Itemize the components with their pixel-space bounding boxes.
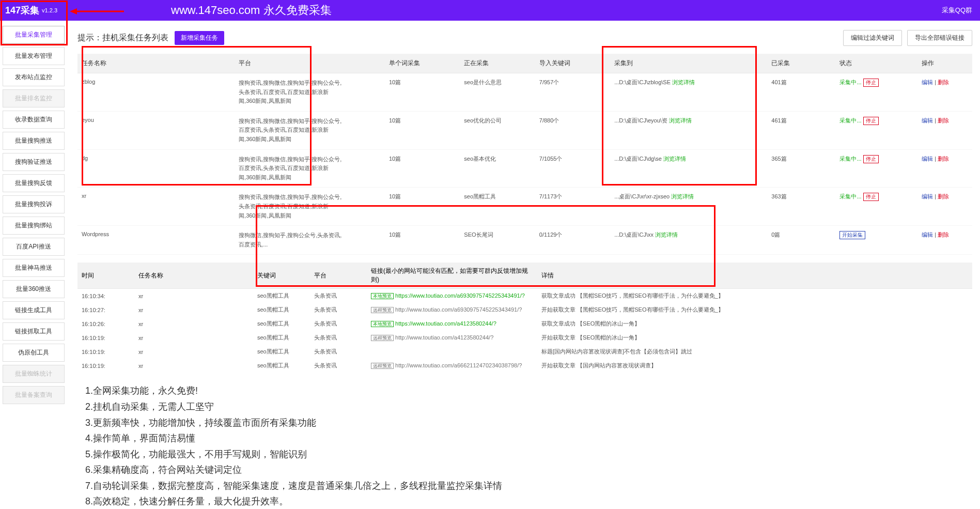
task-row: zblog搜狗资讯,搜狗微信,搜狗知乎,搜狗公众号,头条资讯,百度资讯,百度知道… bbox=[77, 73, 972, 112]
export-errors-button[interactable]: 导出全部错误链接 bbox=[907, 30, 972, 46]
local-preview-badge[interactable]: 本地预览 bbox=[371, 321, 394, 327]
start-button[interactable]: 开始采集 bbox=[839, 231, 865, 239]
cell-link: 本地预览 https://www.toutiao.com/a4123580244… bbox=[367, 317, 537, 331]
cell-name: dg bbox=[77, 149, 235, 188]
cell-platform: 头条资讯 bbox=[310, 317, 367, 331]
cell-taskname: xr bbox=[134, 317, 253, 331]
feature-line: 7.自动轮训采集，数据完整度高，智能采集速度，速度是普通采集几倍之上，多线程批量… bbox=[85, 478, 972, 494]
log-url[interactable]: http://www.toutiao.com/a6930975745225343… bbox=[395, 306, 522, 313]
log-row: 16:10:27:xrseo黑帽工具头条资讯远程预览 http://www.to… bbox=[77, 303, 972, 317]
sidebar-item-11[interactable]: 批量神马推送 bbox=[3, 259, 65, 277]
cell-single: 10篇 bbox=[385, 73, 460, 112]
remote-preview-badge[interactable]: 远程预览 bbox=[371, 363, 394, 369]
sidebar-item-8[interactable]: 批量搜狗投诉 bbox=[3, 195, 65, 213]
edit-link[interactable]: 编辑 bbox=[922, 193, 933, 199]
cell-platform: 搜狗资讯,搜狗微信,搜狗知乎,搜狗公众号,百度资讯,头条资讯,百度知道,新浪新闻… bbox=[235, 149, 385, 188]
cell-time: 16:10:19: bbox=[77, 359, 134, 373]
cell-name: xr bbox=[77, 188, 235, 226]
cell-single: 10篇 bbox=[385, 149, 460, 188]
sidebar-item-4[interactable]: 收录数据查询 bbox=[3, 111, 65, 129]
filter-keywords-button[interactable]: 编辑过滤关键词 bbox=[843, 30, 902, 46]
top-bar: 提示：挂机采集任务列表 新增采集任务 编辑过滤关键词 导出全部错误链接 bbox=[77, 26, 972, 54]
log-row: 16:10:19:xrseo黑帽工具头条资讯远程预览 http://www.to… bbox=[77, 359, 972, 373]
cell-status: 采集中...停止 bbox=[835, 188, 917, 226]
app-logo: 147采集 bbox=[5, 4, 39, 17]
cell-link: 远程预览 http://www.toutiao.com/a4123580244/… bbox=[367, 331, 537, 345]
th-single: 单个词采集 bbox=[385, 54, 460, 73]
stop-button[interactable]: 停止 bbox=[863, 155, 879, 163]
log-url[interactable]: http://www.toutiao.com/a6662112470234038… bbox=[395, 362, 522, 368]
sidebar-item-12[interactable]: 批量360推送 bbox=[3, 280, 65, 298]
sidebar-item-7[interactable]: 批量搜狗反馈 bbox=[3, 174, 65, 192]
cell-single: 10篇 bbox=[385, 188, 460, 226]
feature-line: 4.操作简单，界面简洁易懂 bbox=[85, 430, 972, 446]
feature-line: 5.操作极简化，功能最强大，不用手写规则，智能识别 bbox=[85, 446, 972, 462]
edit-link[interactable]: 编辑 bbox=[922, 156, 933, 162]
th-name: 任务名称 bbox=[77, 54, 235, 73]
cell-action: 编辑 | 删除 bbox=[917, 149, 972, 188]
remote-preview-badge[interactable]: 远程预览 bbox=[371, 335, 394, 341]
cell-collecting: SEO长尾词 bbox=[460, 226, 535, 255]
browse-detail-link[interactable]: 浏览详情 bbox=[672, 79, 695, 85]
sidebar-item-6[interactable]: 搜狗验证推送 bbox=[3, 153, 65, 171]
sidebar-item-14[interactable]: 链接抓取工具 bbox=[3, 322, 65, 341]
delete-link[interactable]: 删除 bbox=[938, 232, 949, 238]
cell-taskname: xr bbox=[134, 331, 253, 345]
sidebar-item-0[interactable]: 批量采集管理 bbox=[3, 26, 65, 44]
stop-button[interactable]: 停止 bbox=[863, 117, 879, 125]
delete-link[interactable]: 删除 bbox=[938, 117, 949, 124]
qq-group-link[interactable]: 采集QQ群 bbox=[942, 6, 972, 15]
task-row: eyou搜狗资讯,搜狗微信,搜狗知乎,搜狗公众号,百度资讯,头条资讯,百度知道,… bbox=[77, 111, 972, 149]
browse-detail-link[interactable]: 浏览详情 bbox=[663, 156, 686, 162]
sidebar-item-2[interactable]: 发布站点监控 bbox=[3, 68, 65, 86]
sidebar-item-17: 批量备案查询 bbox=[3, 386, 65, 404]
edit-link[interactable]: 编辑 bbox=[922, 232, 933, 238]
delete-link[interactable]: 删除 bbox=[938, 193, 949, 199]
cell-taskname: xr bbox=[134, 303, 253, 317]
th-keyword: 关键词 bbox=[253, 263, 310, 289]
browse-detail-link[interactable]: 浏览详情 bbox=[669, 117, 692, 124]
cell-path: ...D:\桌面\CJ\zblog\SE 浏览详情 bbox=[610, 73, 767, 112]
sidebar: 批量采集管理批量发布管理发布站点监控批量排名监控收录数据查询批量搜狗推送搜狗验证… bbox=[0, 21, 67, 509]
browse-detail-link[interactable]: 浏览详情 bbox=[655, 232, 678, 238]
delete-link[interactable]: 删除 bbox=[938, 156, 949, 162]
log-url[interactable]: https://www.toutiao.com/a4123580244/? bbox=[395, 320, 496, 327]
sidebar-item-1[interactable]: 批量发布管理 bbox=[3, 47, 65, 65]
app-header: 147采集 v1.2.3 www.147seo.com 永久免费采集 采集QQ群 bbox=[0, 0, 980, 21]
remote-preview-badge[interactable]: 远程预览 bbox=[371, 307, 394, 313]
sidebar-item-13[interactable]: 链接生成工具 bbox=[3, 301, 65, 319]
log-url[interactable]: https://www.toutiao.com/a693097574522534… bbox=[395, 292, 525, 299]
sidebar-item-5[interactable]: 批量搜狗推送 bbox=[3, 132, 65, 150]
browse-detail-link[interactable]: 浏览详情 bbox=[671, 193, 694, 199]
cell-collected: 401篇 bbox=[767, 73, 835, 112]
delete-link[interactable]: 删除 bbox=[938, 79, 949, 85]
feature-line: 8.高效稳定，快速分解任务量，最大化提升效率。 bbox=[85, 493, 972, 509]
th-status: 状态 bbox=[835, 54, 917, 73]
cell-keyword: seo黑帽工具 bbox=[253, 289, 310, 303]
cell-time: 16:10:19: bbox=[77, 345, 134, 359]
edit-link[interactable]: 编辑 bbox=[922, 79, 933, 85]
new-task-button[interactable]: 新增采集任务 bbox=[175, 31, 224, 45]
edit-link[interactable]: 编辑 bbox=[922, 117, 933, 124]
feature-list: 1.全网采集功能，永久免费!2.挂机自动采集，无需人工坚守3.更新频率快，功能增… bbox=[77, 383, 972, 509]
cell-path: ...D:\桌面\CJ\dg\se 浏览详情 bbox=[610, 149, 767, 188]
cell-action: 编辑 | 删除 bbox=[917, 226, 972, 255]
local-preview-badge[interactable]: 本地预览 bbox=[371, 293, 394, 299]
cell-action: 编辑 | 删除 bbox=[917, 188, 972, 226]
stop-button[interactable]: 停止 bbox=[863, 79, 879, 87]
task-table: 任务名称 平台 单个词采集 正在采集 导入关键词 采集到 已采集 状态 操作 z… bbox=[77, 54, 972, 255]
sidebar-item-10[interactable]: 百度API推送 bbox=[3, 238, 65, 256]
cell-detail: 标题[国内网站内容篡改现状调查]不包含【必须包含词】跳过 bbox=[537, 345, 972, 359]
log-url[interactable]: http://www.toutiao.com/a4123580244/? bbox=[395, 334, 493, 341]
stop-button[interactable]: 停止 bbox=[863, 193, 879, 201]
cell-path: ...D:\桌面\CJ\eyou\资 浏览详情 bbox=[610, 111, 767, 149]
sidebar-item-9[interactable]: 批量搜狗绑站 bbox=[3, 217, 65, 235]
log-table: 时间 任务名称 关键词 平台 链接(最小的网站可能没有匹配，如需要可群内反馈增加… bbox=[77, 263, 972, 373]
log-row: 16:10:19:xrseo黑帽工具头条资讯标题[国内网站内容篡改现状调查]不包… bbox=[77, 345, 972, 359]
th-task-name: 任务名称 bbox=[134, 263, 253, 289]
th-time: 时间 bbox=[77, 263, 134, 289]
cell-detail: 开始获取文章 【黑帽SEO技巧，黑帽SEO有哪些手法，为什么要避免_】 bbox=[537, 303, 972, 317]
sidebar-item-15[interactable]: 伪原创工具 bbox=[3, 344, 65, 362]
cell-keywords: 7/1173个 bbox=[535, 188, 610, 226]
th-platform: 平台 bbox=[235, 54, 385, 73]
